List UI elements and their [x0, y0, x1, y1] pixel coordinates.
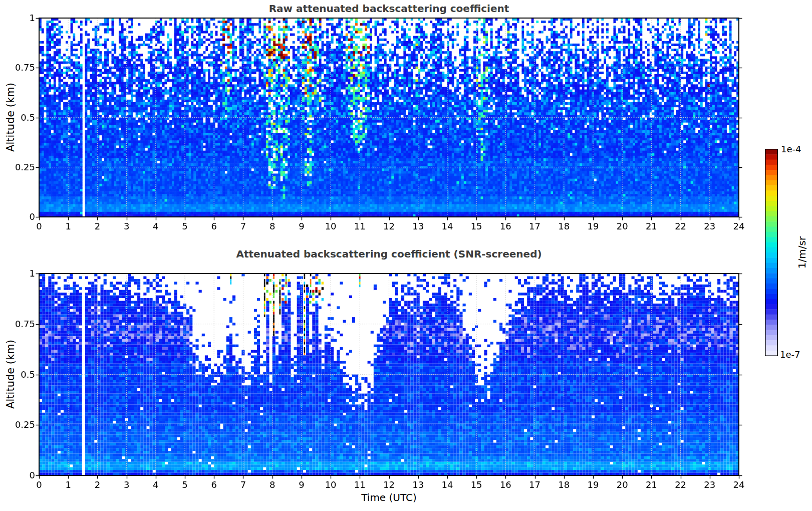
- x-tick-label: 14: [436, 479, 458, 490]
- x-tick-label: 21: [640, 221, 662, 231]
- x-tick-label: 23: [699, 221, 721, 231]
- x-tick-label: 6: [203, 221, 225, 231]
- colorbar-min-label: 1e-7: [780, 349, 800, 360]
- x-tick-label: 2: [86, 221, 108, 231]
- y-tick-label: 0: [6, 211, 35, 222]
- x-tick-label: 0: [28, 221, 50, 231]
- x-tick-label: 24: [728, 479, 750, 490]
- colorbar-max-label: 1e-4: [781, 144, 801, 154]
- colorbar-unit-label: 1/m/sr: [796, 222, 808, 283]
- x-tick-label: 22: [670, 221, 692, 231]
- x-tick-label: 17: [524, 221, 546, 231]
- x-tick-label: 11: [349, 479, 371, 490]
- figure-canvas: Raw attenuated backscattering coefficien…: [0, 0, 812, 511]
- x-tick-label: 3: [116, 479, 138, 490]
- x-tick-label: 9: [291, 479, 313, 490]
- x-tick-label: 10: [320, 221, 342, 231]
- x-tick-label: 17: [524, 479, 546, 490]
- top-plot-title: Raw attenuated backscattering coefficien…: [39, 3, 739, 15]
- x-tick-label: 12: [378, 479, 400, 490]
- x-tick-label: 8: [261, 221, 284, 231]
- x-tick-label: 19: [582, 221, 604, 231]
- y-tick-label: 1: [6, 268, 35, 279]
- x-tick-label: 16: [494, 479, 516, 490]
- x-tick-label: 23: [699, 479, 721, 490]
- x-tick-label: 19: [582, 479, 604, 490]
- x-axis-label: Time (UTC): [39, 491, 739, 503]
- y-tick-label: 0.5: [6, 369, 35, 380]
- x-tick-label: 6: [203, 479, 225, 490]
- x-tick-label: 5: [174, 479, 196, 490]
- x-tick-label: 24: [728, 221, 750, 231]
- x-tick-label: 15: [465, 479, 487, 490]
- bottom-plot-title: Attenuated backscattering coefficient (S…: [39, 248, 739, 260]
- y-tick-label: 0: [6, 470, 35, 480]
- x-tick-label: 12: [378, 221, 400, 231]
- x-tick-label: 0: [28, 479, 50, 490]
- x-tick-label: 1: [57, 479, 79, 490]
- x-tick-label: 18: [553, 221, 575, 231]
- y-tick-label: 0.75: [6, 62, 35, 73]
- y-tick-label: 0.25: [6, 419, 35, 430]
- x-tick-label: 13: [407, 479, 429, 490]
- x-tick-label: 21: [640, 479, 662, 490]
- x-tick-label: 3: [116, 221, 138, 231]
- screened-backscatter-heatmap: [33, 272, 745, 484]
- colorbar: [765, 149, 778, 356]
- y-tick-label: 1: [6, 13, 35, 23]
- x-tick-label: 7: [232, 221, 254, 231]
- x-tick-label: 15: [465, 221, 487, 231]
- x-tick-label: 4: [145, 221, 167, 231]
- x-tick-label: 11: [349, 221, 371, 231]
- x-tick-label: 4: [145, 479, 167, 490]
- x-tick-label: 2: [86, 479, 108, 490]
- x-tick-label: 7: [232, 479, 254, 490]
- x-tick-label: 16: [494, 221, 516, 231]
- y-tick-label: 0.5: [6, 112, 35, 123]
- x-tick-label: 9: [291, 221, 313, 231]
- raw-backscatter-heatmap: [33, 17, 745, 225]
- y-tick-label: 0.75: [6, 319, 35, 329]
- x-tick-label: 14: [436, 221, 458, 231]
- x-tick-label: 5: [174, 221, 196, 231]
- x-tick-label: 22: [670, 479, 692, 490]
- x-tick-label: 13: [407, 221, 429, 231]
- x-tick-label: 18: [553, 479, 575, 490]
- x-tick-label: 8: [261, 479, 284, 490]
- x-tick-label: 1: [57, 221, 79, 231]
- x-tick-label: 20: [611, 479, 633, 490]
- x-tick-label: 20: [611, 221, 633, 231]
- y-tick-label: 0.25: [6, 162, 35, 172]
- x-tick-label: 10: [320, 479, 342, 490]
